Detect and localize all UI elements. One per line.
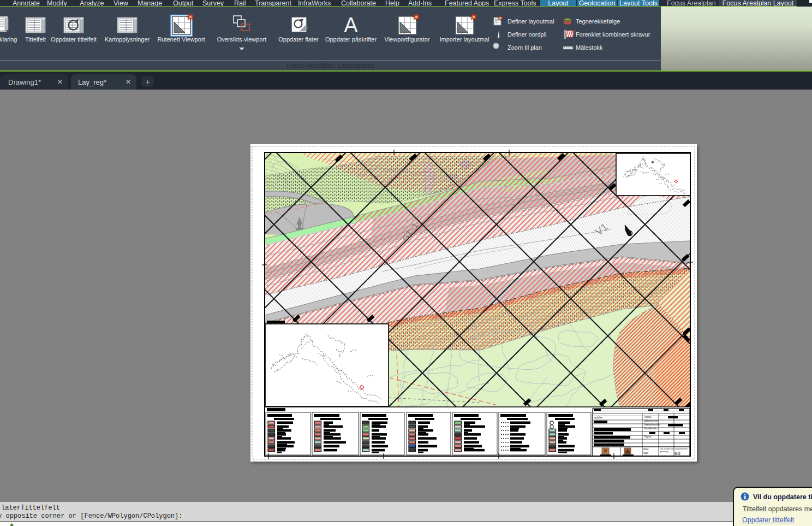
svg-text:Saksbehandler: Saksbehandler — [644, 423, 661, 426]
svg-text:Oppdater påskrifter: Oppdater påskrifter — [325, 36, 377, 43]
svg-text:Oversikts-viewport: Oversikts-viewport — [217, 36, 266, 43]
svg-text:Tegnnummer: Tegnnummer — [675, 447, 688, 450]
svg-text:grunnlag: grunnlag — [660, 450, 668, 453]
svg-text:Vedtaksdato: Vedtaksdato — [644, 427, 658, 430]
svg-text:Dato: Dato — [643, 448, 649, 451]
svg-text:Rutenett Viewport: Rutenett Viewport — [157, 36, 205, 43]
svg-text:Oppdater tittelfelt: Oppdater tittelfelt — [51, 36, 97, 43]
svg-text:Sign: Sign — [643, 452, 649, 454]
svg-text:PlanID: PlanID — [644, 416, 652, 418]
svg-text:Tegnnr: Tegnnr — [644, 435, 652, 438]
svg-text:Oppdater flater: Oppdater flater — [278, 36, 319, 43]
svg-text:Zoom til plan: Zoom til plan — [507, 44, 542, 51]
svg-text:Tittelfelt: Tittelfelt — [25, 36, 46, 43]
svg-text:Målestokk: Målestokk — [576, 44, 603, 51]
svg-text:Definer nordpil: Definer nordpil — [507, 31, 547, 38]
svg-text:Tegnerekkefølge: Tegnerekkefølge — [576, 18, 620, 25]
svg-text:A: A — [344, 14, 358, 37]
svg-text:Viewportfigurator: Viewportfigurator — [385, 36, 430, 43]
svg-text:tadplan: tadplan — [594, 416, 603, 419]
svg-text:Saksnummer: Saksnummer — [644, 419, 659, 422]
svg-text:Importer layoutmal: Importer layoutmal — [439, 36, 489, 43]
svg-text:Definer layoutmal: Definer layoutmal — [507, 18, 554, 25]
svg-text:klaring: klaring — [0, 36, 17, 43]
svg-text:Kartopplysninger: Kartopplysninger — [105, 36, 150, 43]
svg-text:Forenklet kombinert skravur: Forenklet kombinert skravur — [576, 31, 650, 38]
